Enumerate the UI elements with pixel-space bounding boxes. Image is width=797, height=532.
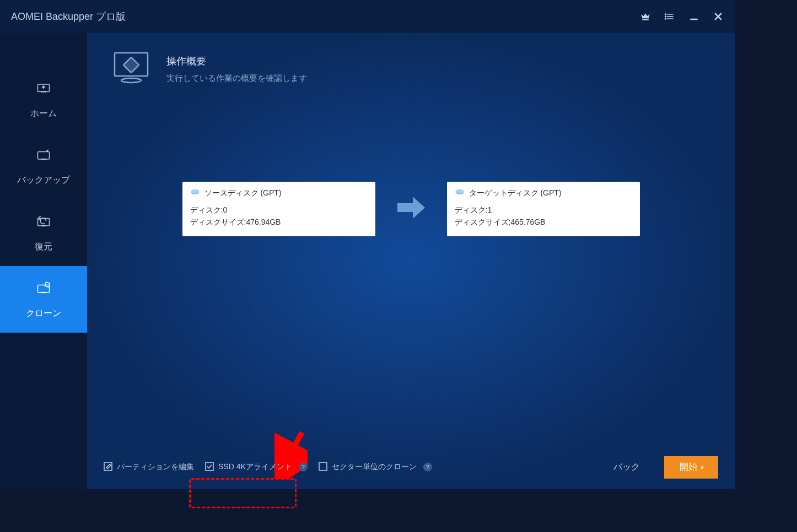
- checkbox-unchecked-icon: [319, 462, 327, 473]
- edit-partition-option[interactable]: パーティションを編集: [104, 462, 194, 473]
- target-disk-title: ターゲットディスク (GPT): [469, 188, 562, 198]
- target-disk-card[interactable]: ターゲットディスク (GPT) ディスク:1 ディスクサイズ:465.76GB: [447, 182, 640, 236]
- app-title: AOMEI Backupper プロ版: [11, 10, 640, 23]
- crown-icon[interactable]: [640, 11, 651, 22]
- clone-summary-row: ソースディスク (GPT) ディスク:0 ディスクサイズ:476.94GB: [87, 182, 735, 236]
- arrow-right-icon: [397, 197, 425, 221]
- main-panel: 操作概要 実行している作業の概要を確認します ソースディスク (GPT) ディス…: [87, 33, 735, 489]
- restore-icon: [34, 213, 53, 235]
- summary-icon: [109, 50, 153, 88]
- app-body: ホーム バックアップ: [0, 33, 735, 489]
- target-disk-body: ディスク:1 ディスクサイズ:465.76GB: [455, 204, 632, 229]
- source-disk-number: ディスク:0: [190, 204, 368, 216]
- svg-point-25: [455, 189, 464, 194]
- page-title: 操作概要: [166, 55, 307, 68]
- help-icon[interactable]: ?: [299, 463, 308, 471]
- svg-point-23: [191, 189, 199, 194]
- svg-rect-15: [38, 285, 50, 293]
- clone-icon: [34, 279, 53, 301]
- titlebar-controls: [640, 11, 724, 22]
- sector-clone-label: セクター単位のクローン: [332, 462, 417, 472]
- edit-partition-label: パーティションを編集: [117, 462, 194, 472]
- ssd-4k-option[interactable]: SSD 4Kアライメント ?: [205, 462, 308, 473]
- menu-icon[interactable]: [664, 11, 675, 22]
- app-window: AOMEI Backupper プロ版: [0, 0, 735, 489]
- help-icon[interactable]: ?: [423, 463, 432, 471]
- svg-rect-20: [123, 57, 139, 73]
- page-header-text: 操作概要 実行している作業の概要を確認します: [166, 55, 307, 84]
- svg-rect-28: [206, 463, 213, 470]
- ssd-4k-label: SSD 4Kアライメント: [218, 462, 292, 472]
- sidebar: ホーム バックアップ: [0, 33, 87, 489]
- target-disk-number: ディスク:1: [455, 204, 632, 216]
- source-disk-header: ソースディスク (GPT): [190, 187, 368, 204]
- svg-point-5: [665, 18, 666, 19]
- back-button[interactable]: バック: [600, 456, 653, 479]
- svg-point-4: [665, 16, 666, 17]
- source-disk-body: ディスク:0 ディスクサイズ:476.94GB: [190, 204, 368, 229]
- svg-point-19: [121, 78, 141, 83]
- source-disk-size: ディスクサイズ:476.94GB: [190, 216, 368, 228]
- source-disk-card[interactable]: ソースディスク (GPT) ディスク:0 ディスクサイズ:476.94GB: [182, 182, 375, 236]
- chevron-right-icon: ››: [701, 463, 703, 471]
- start-button[interactable]: 開始 ››: [664, 456, 718, 479]
- sidebar-item-label: 復元: [35, 241, 52, 253]
- sidebar-item-label: ホーム: [30, 108, 57, 120]
- sidebar-item-label: バックアップ: [17, 175, 70, 186]
- sidebar-item-backup[interactable]: バックアップ: [0, 133, 87, 199]
- sidebar-item-label: クローン: [26, 308, 61, 319]
- backup-icon: [34, 146, 53, 168]
- disk-icon: [190, 187, 200, 199]
- sector-clone-option[interactable]: セクター単位のクローン ?: [319, 462, 432, 473]
- target-disk-header: ターゲットディスク (GPT): [455, 187, 632, 204]
- close-icon[interactable]: [713, 11, 724, 22]
- svg-point-3: [665, 14, 666, 15]
- start-button-label: 開始: [680, 462, 697, 473]
- target-disk-size: ディスクサイズ:465.76GB: [455, 216, 632, 228]
- page-header: 操作概要 実行している作業の概要を確認します: [87, 33, 735, 105]
- svg-rect-29: [319, 463, 327, 470]
- back-button-label: バック: [613, 462, 640, 471]
- minimize-icon[interactable]: [688, 11, 699, 22]
- home-icon: [34, 79, 53, 101]
- source-disk-title: ソースディスク (GPT): [204, 188, 282, 198]
- page-subtitle: 実行している作業の概要を確認します: [166, 73, 307, 84]
- sidebar-item-restore[interactable]: 復元: [0, 199, 87, 266]
- edit-icon: [104, 462, 112, 473]
- svg-rect-11: [38, 152, 50, 160]
- footer-bar: パーティションを編集 SSD 4Kアライメント ? セクター単位のクローン ?: [87, 445, 735, 489]
- checkbox-checked-icon: [205, 462, 214, 473]
- titlebar: AOMEI Backupper プロ版: [0, 0, 735, 33]
- sidebar-item-home[interactable]: ホーム: [0, 66, 87, 133]
- sidebar-item-clone[interactable]: クローン: [0, 266, 87, 333]
- disk-icon: [455, 187, 465, 199]
